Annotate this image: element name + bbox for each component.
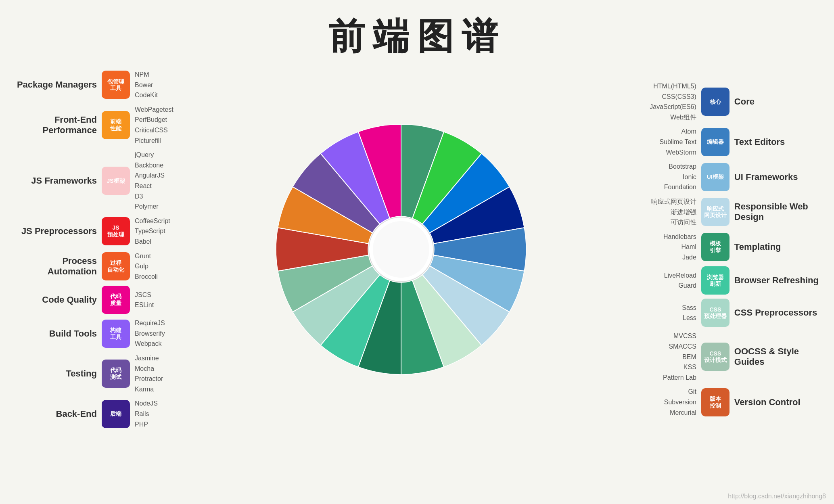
legend-label-right: Core: [734, 96, 822, 107]
legend-label-right: OOCSS & Style Guides: [734, 346, 822, 367]
legend-item-right: Bootstrap Ionic FoundationUI框架UI Framewo…: [620, 161, 822, 192]
wheel-container: [182, 112, 620, 387]
legend-item-left: Process Automation过程 自动化Grunt Gulp Brocc…: [12, 251, 182, 282]
legend-item-right: Git Subversion Mercurial版本 控制Version Con…: [620, 387, 822, 418]
legend-tools-right: Atom Sublime Text WebStorm: [620, 126, 696, 157]
legend-item-left: Testing代码 测试Jasmine Mocha Protractor Kar…: [12, 353, 182, 394]
legend-label: Process Automation: [12, 256, 97, 277]
watermark: http://blog.csdn.net/xiangzhihong8: [728, 493, 826, 500]
legend-badge-right: 响应式 网页设计: [701, 198, 729, 226]
legend-item-left: JS PreprocessorsJS 预处理CoffeeScript TypeS…: [12, 216, 182, 247]
legend-badge-right: 模板 引擎: [701, 233, 729, 261]
legend-badge: JS框架: [102, 167, 130, 195]
legend-badge: 代码 测试: [102, 360, 130, 388]
legend-item-left: Front-End Performance前端 性能WebPagetest Pe…: [12, 105, 182, 146]
legend-tools: jQuery Backbone AngularJS React D3 Polym…: [135, 150, 165, 212]
legend-tools: CoffeeScript TypeScript Babel: [135, 216, 170, 247]
legend-item-right: Sass LessCSS 预处理器CSS Preprocessors: [620, 299, 822, 327]
legend-tools-right: Bootstrap Ionic Foundation: [620, 161, 696, 192]
legend-badge: JS 预处理: [102, 217, 130, 245]
legend-badge-right: 核心: [701, 88, 729, 116]
legend-item-left: Code Quality代码 质量JSCS ESLint: [12, 286, 182, 314]
legend-label: Code Quality: [12, 295, 97, 305]
legend-item-right: HTML(HTML5) CSS(CSS3) JavaScript(ES6) We…: [620, 81, 822, 122]
legend-tools: Grunt Gulp Broccoli: [135, 251, 158, 282]
legend-tools-right: Git Subversion Mercurial: [620, 387, 696, 418]
legend-tools-right: Handlebars Haml Jade: [620, 232, 696, 263]
legend-badge-right: 版本 控制: [701, 388, 729, 416]
legend-label-right: UI Frameworks: [734, 172, 822, 182]
legend-badge-right: CSS 设计模式: [701, 343, 729, 371]
legend-label-right: CSS Preprocessors: [734, 307, 822, 318]
legend-item-right: LiveReload Guard浏览器 刷新Browser Refreshing: [620, 266, 822, 295]
legend-badge-right: CSS 预处理器: [701, 299, 729, 327]
legend-label-right: Browser Refreshing: [734, 275, 822, 286]
legend-badge: 后端: [102, 400, 130, 428]
legend-label-right: Text Editors: [734, 137, 822, 147]
legend-badge-right: 浏览器 刷新: [701, 266, 729, 295]
legend-label: Front-End Performance: [12, 115, 97, 136]
legend-label: JS Frameworks: [12, 176, 97, 186]
legend-tools-right: LiveReload Guard: [620, 270, 696, 291]
page-title: 前端图谱: [0, 0, 834, 65]
legend-tools-right: HTML(HTML5) CSS(CSS3) JavaScript(ES6) We…: [620, 81, 696, 122]
legend-label: Build Tools: [12, 328, 97, 339]
right-legend: HTML(HTML5) CSS(CSS3) JavaScript(ES6) We…: [620, 81, 822, 418]
legend-item-left: Back-End后端NodeJS Rails PHP: [12, 398, 182, 429]
legend-item-right: Handlebars Haml Jade模板 引擎Templating: [620, 232, 822, 263]
legend-label: Testing: [12, 368, 97, 379]
legend-item-left: Package Managers包管理 工具NPM Bower CodeKit: [12, 69, 182, 100]
legend-label-right: Version Control: [734, 397, 822, 408]
legend-tools-right: Sass Less: [620, 303, 696, 323]
legend-item-right: Atom Sublime Text WebStorm编辑器Text Editor…: [620, 126, 822, 157]
legend-badge: 代码 质量: [102, 286, 130, 314]
legend-badge: 前端 性能: [102, 111, 130, 139]
legend-badge-right: 编辑器: [701, 128, 729, 156]
legend-tools: JSCS ESLint: [135, 290, 154, 310]
legend-item-right: 响应式网页设计 渐进增强 可访问性响应式 网页设计Responsible Web…: [620, 197, 822, 228]
legend-item-left: Build Tools构建 工具RequireJS Browserify Web…: [12, 318, 182, 349]
legend-tools: NodeJS Rails PHP: [135, 398, 158, 429]
legend-badge: 过程 自动化: [102, 252, 130, 280]
legend-badge-right: UI框架: [701, 163, 729, 191]
left-legend: Package Managers包管理 工具NPM Bower CodeKitF…: [12, 69, 182, 429]
legend-tools-right: MVCSS SMACCS BEM KSS Pattern Lab: [620, 331, 696, 383]
legend-label: Back-End: [12, 409, 97, 419]
legend-label: JS Preprocessors: [12, 226, 97, 236]
legend-badge: 包管理 工具: [102, 71, 130, 99]
legend-tools-right: 响应式网页设计 渐进增强 可访问性: [620, 197, 696, 228]
legend-tools: NPM Bower CodeKit: [135, 69, 158, 100]
legend-tools: WebPagetest PerfBudget CriticalCSS Pictu…: [135, 105, 173, 146]
legend-tools: Jasmine Mocha Protractor Karma: [135, 353, 163, 394]
legend-label-right: Responsible Web Design: [734, 201, 822, 222]
legend-item-right: MVCSS SMACCS BEM KSS Pattern LabCSS 设计模式…: [620, 331, 822, 383]
legend-tools: RequireJS Browserify Webpack: [135, 318, 165, 349]
legend-label-right: Templating: [734, 242, 822, 252]
legend-badge: 构建 工具: [102, 320, 130, 348]
svg-point-19: [373, 221, 429, 278]
legend-label: Package Managers: [12, 79, 97, 90]
legend-item-left: JS FrameworksJS框架jQuery Backbone Angular…: [12, 150, 182, 212]
